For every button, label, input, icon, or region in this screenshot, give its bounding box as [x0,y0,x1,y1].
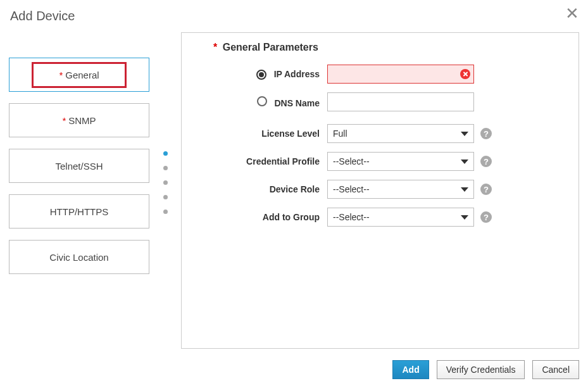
chevron-down-icon [461,215,468,220]
progress-dots [160,32,171,349]
help-icon[interactable]: ? [480,156,492,167]
tab-civic-location[interactable]: Civic Location [9,240,149,274]
select-value: --Select-- [333,184,370,194]
tab-label: HTTP/HTTPS [50,206,109,217]
tab-label: Telnet/SSH [55,161,103,172]
row-credential-profile: Credential Profile --Select-- ? [213,152,565,171]
tab-label: SNMP [68,115,96,126]
sidebar-tabs: * General * SNMP Telnet/SSH HTTP/HTTPS C… [9,32,149,349]
row-license-level: License Level Full ? [213,124,565,143]
label-dns-name: DNS Name [213,96,327,108]
chevron-down-icon [461,160,468,164]
select-value: --Select-- [333,212,370,222]
dot-icon [163,180,168,185]
radio-dns-name[interactable] [257,96,267,106]
label-ip-address: IP Address [213,69,327,80]
required-star: * [213,42,217,53]
tab-snmp[interactable]: * SNMP [9,103,149,137]
dot-icon [163,166,168,170]
dialog-body: * General * SNMP Telnet/SSH HTTP/HTTPS C… [9,32,579,349]
dot-icon [163,151,168,156]
dns-name-input[interactable] [327,92,474,111]
panel-heading: * General Parameters [213,42,565,53]
tab-label: General [65,70,99,80]
dot-icon [163,195,168,199]
help-icon[interactable]: ? [480,128,492,139]
row-dns-name: DNS Name [213,92,565,111]
chevron-down-icon [461,132,468,136]
panel-heading-text: General Parameters [223,42,318,53]
add-button[interactable]: Add [392,360,428,379]
label-license-level: License Level [213,128,327,139]
add-device-dialog: Add Device ✕ * General * SNMP Telnet/SSH… [0,0,588,388]
ip-address-input[interactable] [327,65,474,84]
label-device-role: Device Role [213,184,327,194]
tab-http-https[interactable]: HTTP/HTTPS [9,194,149,228]
select-value: --Select-- [333,156,370,166]
row-device-role: Device Role --Select-- ? [213,180,565,199]
label-add-to-group: Add to Group [213,212,327,222]
help-icon[interactable]: ? [480,184,492,195]
tab-general[interactable]: * General [9,58,149,92]
form-panel: * General Parameters IP Address DNS Nam [181,32,579,349]
verify-credentials-button[interactable]: Verify Credentials [437,360,525,379]
credential-profile-select[interactable]: --Select-- [327,152,474,171]
add-to-group-select[interactable]: --Select-- [327,208,474,227]
dialog-footer: Add Verify Credentials Cancel [392,360,579,379]
cancel-button[interactable]: Cancel [532,360,579,379]
tab-telnet-ssh[interactable]: Telnet/SSH [9,149,149,183]
label-text: IP Address [274,69,320,79]
help-icon[interactable]: ? [480,211,492,223]
required-star: * [62,115,66,126]
chevron-down-icon [461,187,468,192]
label-credential-profile: Credential Profile [213,156,327,166]
row-add-to-group: Add to Group --Select-- ? [213,208,565,227]
license-level-select[interactable]: Full [327,124,474,143]
select-value: Full [333,128,347,139]
dialog-title: Add Device [10,9,579,23]
required-star: * [59,70,63,80]
row-ip-address: IP Address [213,65,565,84]
device-role-select[interactable]: --Select-- [327,180,474,199]
label-text: DNS Name [274,98,320,108]
radio-ip-address[interactable] [256,70,266,80]
close-icon[interactable]: ✕ [565,5,579,22]
dot-icon [163,210,168,214]
tab-label: Civic Location [49,252,108,263]
